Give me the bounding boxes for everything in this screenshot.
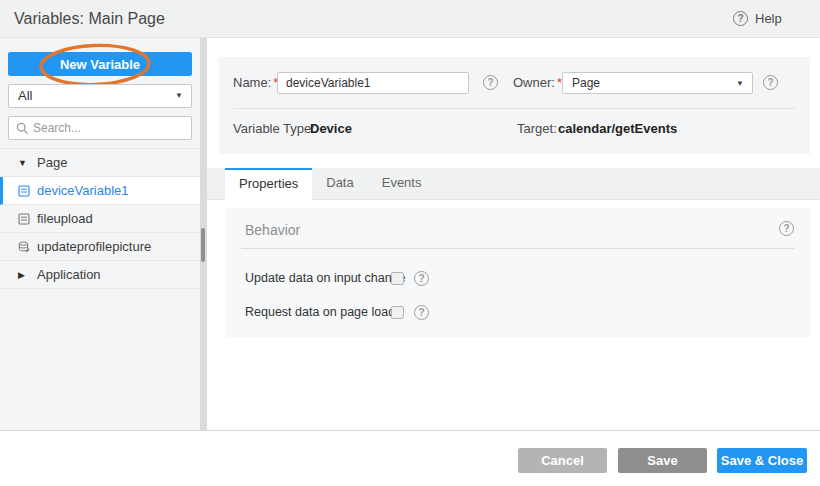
behavior-section-title: Behavior: [245, 222, 300, 238]
page-title: Variables: Main Page: [14, 0, 165, 38]
variables-tree: ▼ Page deviceVariable1: [0, 148, 200, 289]
chevron-collapsed-icon: ▶: [18, 270, 30, 280]
device-variable-icon: [18, 213, 30, 225]
dialog-header: Variables: Main Page ? Help: [0, 0, 820, 38]
target-value: calendar/getEvents: [558, 120, 677, 138]
request-on-page-load-checkbox[interactable]: [391, 306, 404, 319]
search-icon: [16, 122, 29, 135]
tree-group-label: Application: [37, 267, 101, 282]
save-button[interactable]: Save: [618, 448, 707, 473]
tab-data[interactable]: Data: [312, 168, 367, 200]
panel-divider: [233, 108, 796, 109]
help-label: Help: [755, 11, 782, 26]
new-variable-button[interactable]: New Variable: [8, 52, 192, 76]
filter-selected-value: All: [18, 85, 32, 107]
update-on-input-change-checkbox[interactable]: [391, 272, 404, 285]
tree-group-label: Page: [37, 155, 67, 170]
search-input[interactable]: [33, 117, 187, 139]
name-input[interactable]: [277, 72, 469, 94]
variable-type-label: Variable Type:: [233, 120, 315, 138]
variable-summary-panel: Name:* ? Owner:* Page ▼ ? Variable Type:…: [219, 57, 810, 154]
chevron-expanded-icon: ▼: [18, 158, 30, 168]
owner-help-icon[interactable]: ?: [763, 75, 778, 90]
tree-item-label: fileupload: [37, 211, 93, 226]
save-and-close-button[interactable]: Save & Close: [717, 448, 807, 473]
help-icon: ?: [733, 11, 748, 26]
request-on-page-load-help-icon[interactable]: ?: [414, 305, 429, 320]
behavior-panel: Behavior ? Update data on input change ?…: [225, 208, 810, 337]
name-label: Name:*: [233, 72, 278, 94]
name-owner-row: Name:* ? Owner:* Page ▼ ?: [219, 72, 810, 94]
tree-group-application[interactable]: ▶ Application: [0, 261, 200, 289]
cancel-button[interactable]: Cancel: [518, 448, 607, 473]
target-label: Target:: [517, 120, 557, 138]
type-target-row: Variable Type: Device Target: calendar/g…: [219, 120, 810, 138]
owner-label: Owner:*: [513, 72, 562, 94]
search-box: [8, 116, 192, 140]
update-on-input-change-row: Update data on input change ?: [245, 270, 429, 286]
sidebar-scrollbar[interactable]: [201, 228, 205, 262]
tree-item-fileupload[interactable]: fileupload: [0, 205, 200, 233]
tab-bar: Properties Data Events: [207, 168, 820, 200]
tab-events[interactable]: Events: [368, 168, 436, 200]
name-help-icon[interactable]: ?: [483, 75, 498, 90]
request-on-page-load-row: Request data on page load ?: [245, 304, 429, 320]
behavior-help-icon[interactable]: ?: [779, 221, 794, 236]
variables-sidebar: New Variable All ▼ ▼ Page: [0, 38, 200, 430]
device-variable-icon: [18, 185, 30, 197]
variable-filter-select[interactable]: All ▼: [8, 84, 192, 108]
owner-select[interactable]: Page ▼: [562, 72, 753, 94]
caret-down-icon: ▼: [736, 73, 744, 95]
tree-item-devicevariable1[interactable]: deviceVariable1: [0, 177, 200, 205]
dialog-footer: Cancel Save Save & Close: [0, 430, 820, 486]
tree-group-page[interactable]: ▼ Page: [0, 149, 200, 177]
caret-down-icon: ▼: [175, 85, 183, 107]
tree-item-label: deviceVariable1: [37, 183, 129, 198]
variable-type-value: Device: [310, 120, 352, 138]
owner-selected-value: Page: [572, 73, 600, 93]
variables-dialog: Variables: Main Page ? Help New Variable…: [0, 0, 820, 486]
tab-properties[interactable]: Properties: [225, 168, 312, 200]
service-variable-icon: [18, 241, 30, 253]
update-on-input-change-help-icon[interactable]: ?: [414, 271, 429, 286]
tree-item-label: updateprofilepicture: [37, 239, 151, 254]
request-on-page-load-label: Request data on page load: [245, 305, 385, 319]
update-on-input-change-label: Update data on input change: [245, 271, 385, 285]
tree-item-updateprofilepicture[interactable]: updateprofilepicture: [0, 233, 200, 261]
help-link[interactable]: ? Help: [733, 11, 782, 26]
section-divider: [241, 248, 794, 249]
